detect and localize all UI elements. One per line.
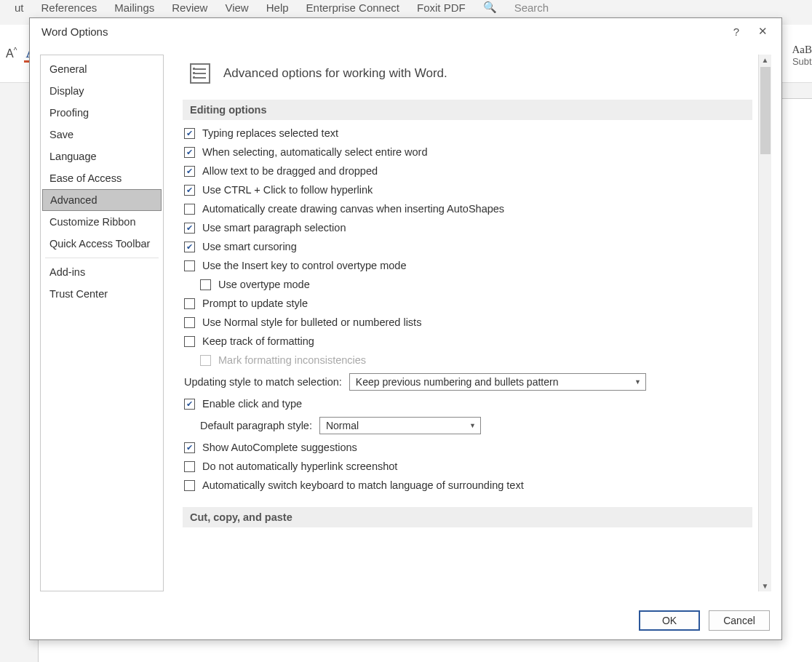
- options-content: Advanced options for working with Word. …: [174, 55, 758, 591]
- advanced-icon: [188, 62, 212, 85]
- nav-add-ins[interactable]: Add-ins: [41, 261, 163, 283]
- options-nav: General Display Proofing Save Language E…: [40, 55, 164, 591]
- svg-rect-5: [193, 72, 195, 74]
- chk-prompt-style[interactable]: [184, 298, 195, 309]
- lbl-updating-style: Updating style to match selection:: [184, 376, 342, 388]
- chk-select-word[interactable]: [184, 147, 195, 158]
- lbl-click-type: Enable click and type: [202, 398, 302, 410]
- style-gallery-item[interactable]: AaB Subt: [792, 44, 813, 67]
- lbl-typing-replaces: Typing replaces selected text: [202, 127, 338, 139]
- dialog-footer: OK Cancel: [30, 602, 781, 639]
- ribbon-tab[interactable]: Help: [266, 1, 289, 14]
- nav-language[interactable]: Language: [41, 145, 163, 167]
- lbl-auto-canvas: Automatically create drawing canvas when…: [202, 203, 504, 215]
- dialog-title: Word Options: [41, 25, 108, 38]
- chk-smart-para[interactable]: [184, 223, 195, 234]
- app-window: ut References Mailings Review View Help …: [0, 0, 812, 662]
- content-heading-row: Advanced options for working with Word.: [188, 62, 752, 85]
- search-icon: 🔍: [483, 1, 497, 14]
- nav-general[interactable]: General: [41, 58, 163, 80]
- lbl-insert-key: Use the Insert key to control overtype m…: [202, 260, 406, 271]
- lbl-autocomplete: Show AutoComplete suggestions: [202, 442, 357, 453]
- scroll-thumb[interactable]: [760, 67, 771, 154]
- nav-proofing[interactable]: Proofing: [41, 102, 163, 124]
- chk-typing-replaces[interactable]: [184, 128, 195, 139]
- word-options-dialog: Word Options ? ✕ General Display Proofin…: [29, 17, 782, 640]
- chk-drag-drop[interactable]: [184, 166, 195, 177]
- font-grow-icon[interactable]: A^: [6, 47, 17, 60]
- chk-auto-kbd[interactable]: [184, 480, 195, 491]
- chk-autocomplete[interactable]: [184, 442, 195, 453]
- ribbon-tab[interactable]: Mailings: [114, 1, 154, 14]
- style-name: Subt: [792, 56, 813, 67]
- nav-customize-ribbon[interactable]: Customize Ribbon: [41, 211, 163, 233]
- nav-save[interactable]: Save: [41, 124, 163, 145]
- lbl-overtype: Use overtype mode: [218, 279, 310, 290]
- ribbon-tab[interactable]: References: [41, 1, 97, 14]
- dialog-body: General Display Proofing Save Language E…: [30, 44, 781, 602]
- ribbon-tab[interactable]: ut: [15, 1, 24, 14]
- nav-trust-center[interactable]: Trust Center: [41, 283, 163, 305]
- help-button[interactable]: ?: [723, 21, 749, 41]
- chevron-down-icon: ▼: [634, 378, 641, 386]
- lbl-smart-cursor: Use smart cursoring: [202, 241, 297, 252]
- nav-ease-of-access[interactable]: Ease of Access: [41, 167, 163, 189]
- combo-updating-style[interactable]: Keep previous numbering and bullets patt…: [349, 373, 646, 391]
- section-ccp-header: Cut, copy, and paste: [183, 507, 752, 527]
- chk-no-hyperlink-screenshot[interactable]: [184, 461, 195, 472]
- scroll-up-icon[interactable]: ▲: [762, 55, 769, 65]
- svg-rect-4: [193, 68, 195, 70]
- section-editing-header: Editing options: [183, 100, 752, 120]
- content-scrollbar[interactable]: ▲ ▼: [758, 55, 771, 591]
- chevron-down-icon: ▼: [469, 422, 476, 429]
- close-button[interactable]: ✕: [749, 21, 776, 41]
- combo-default-para-value: Normal: [326, 420, 359, 431]
- ribbon-tab[interactable]: Review: [172, 1, 207, 14]
- chk-insert-key[interactable]: [184, 260, 195, 271]
- lbl-keep-format: Keep track of formatting: [202, 335, 314, 347]
- lbl-ctrl-click: Use CTRL + Click to follow hyperlink: [202, 184, 373, 196]
- chk-ctrl-click[interactable]: [184, 185, 195, 196]
- lbl-normal-lists: Use Normal style for bulleted or numbere…: [202, 316, 421, 328]
- nav-display[interactable]: Display: [41, 80, 163, 102]
- ribbon-tab[interactable]: Enterprise Connect: [306, 1, 399, 14]
- content-wrap: Advanced options for working with Word. …: [174, 55, 771, 591]
- lbl-no-hyperlink-screenshot: Do not automatically hyperlink screensho…: [202, 460, 397, 472]
- lbl-drag-drop: Allow text to be dragged and dropped: [202, 165, 378, 177]
- ribbon-tabs: ut References Mailings Review View Help …: [0, 0, 812, 19]
- lbl-auto-kbd: Automatically switch keyboard to match l…: [202, 479, 524, 491]
- nav-separator: [45, 258, 159, 258]
- cancel-button[interactable]: Cancel: [709, 610, 770, 631]
- chk-auto-canvas[interactable]: [184, 204, 195, 215]
- combo-updating-style-value: Keep previous numbering and bullets patt…: [356, 376, 559, 388]
- chk-smart-cursor[interactable]: [184, 242, 195, 252]
- lbl-smart-para: Use smart paragraph selection: [202, 222, 346, 234]
- nav-advanced[interactable]: Advanced: [42, 189, 162, 211]
- lbl-prompt-style: Prompt to update style: [202, 298, 308, 309]
- svg-rect-6: [193, 76, 195, 79]
- chk-keep-format[interactable]: [184, 336, 195, 347]
- scroll-down-icon[interactable]: ▼: [762, 581, 769, 591]
- ribbon-tab[interactable]: Foxit PDF: [417, 1, 466, 14]
- chk-click-type[interactable]: [184, 399, 195, 410]
- lbl-mark-format: Mark formatting inconsistencies: [218, 354, 366, 366]
- content-heading: Advanced options for working with Word.: [223, 66, 447, 81]
- ok-button[interactable]: OK: [639, 610, 700, 631]
- chk-mark-format: [200, 355, 211, 366]
- lbl-default-para: Default paragraph style:: [200, 420, 312, 431]
- nav-quick-access-toolbar[interactable]: Quick Access Toolbar: [41, 233, 163, 255]
- chk-normal-lists[interactable]: [184, 317, 195, 328]
- chk-overtype[interactable]: [200, 279, 211, 290]
- ribbon-search[interactable]: Search: [514, 1, 549, 14]
- dialog-titlebar: Word Options ? ✕: [30, 18, 781, 44]
- combo-default-para[interactable]: Normal ▼: [319, 417, 481, 434]
- ribbon-tab[interactable]: View: [225, 1, 248, 14]
- style-sample: AaB: [792, 44, 813, 56]
- lbl-select-word: When selecting, automatically select ent…: [202, 146, 427, 158]
